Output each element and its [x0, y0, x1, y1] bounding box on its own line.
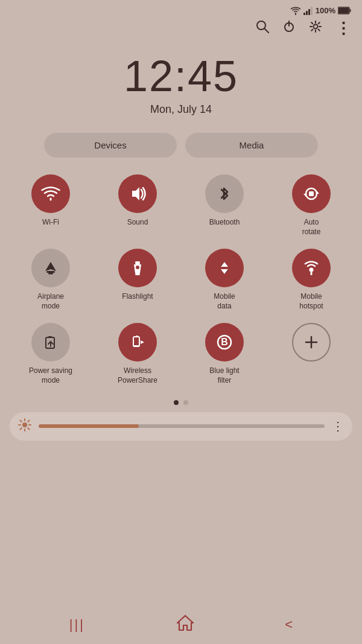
- svg-rect-5: [338, 8, 349, 13]
- svg-rect-25: [311, 272, 313, 275]
- battery-text: 100%: [316, 6, 335, 15]
- flashlight-icon-circle: [118, 249, 157, 287]
- signal-icon: [303, 7, 313, 15]
- airplane-qs-icon: [40, 258, 61, 278]
- hotspot-label: Mobilehotspot: [299, 292, 323, 311]
- svg-marker-22: [221, 262, 228, 267]
- plus-icon-circle: [292, 323, 331, 362]
- qs-add[interactable]: [270, 318, 352, 389]
- brightness-fill: [39, 424, 139, 428]
- flashlight-qs-icon: [127, 258, 148, 278]
- svg-rect-16: [46, 271, 55, 273]
- quick-settings-grid: Wi-Fi Sound Bluetooth: [0, 164, 362, 395]
- settings-icon[interactable]: [309, 20, 322, 37]
- qs-powersave[interactable]: Power savingmode: [10, 318, 92, 389]
- autorotate-label: Autorotate: [302, 218, 321, 237]
- svg-point-11: [314, 25, 318, 29]
- airplane-icon-circle: [31, 249, 70, 287]
- plus-qs-icon: [301, 332, 322, 352]
- qs-airplane[interactable]: Airplanemode: [10, 244, 92, 314]
- wireless-icon-circle: [118, 323, 157, 362]
- sound-qs-icon: [127, 183, 148, 204]
- wifi-status-icon: [290, 7, 301, 15]
- top-actions: ⋮: [0, 15, 362, 37]
- powersave-qs-icon: [40, 332, 61, 352]
- svg-rect-15: [309, 191, 314, 196]
- svg-rect-17: [48, 273, 53, 275]
- qs-autorotate[interactable]: Autorotate: [270, 170, 352, 240]
- wifi-qs-icon: [40, 185, 61, 202]
- clock-date: Mon, July 14: [0, 103, 362, 116]
- powersave-icon-circle: [31, 323, 70, 362]
- svg-marker-23: [221, 269, 228, 274]
- search-icon[interactable]: [256, 20, 269, 37]
- tab-media[interactable]: Media: [185, 133, 318, 158]
- status-icons: 100%: [290, 6, 351, 15]
- svg-marker-12: [132, 187, 139, 200]
- svg-rect-1: [306, 11, 308, 15]
- power-icon[interactable]: [282, 20, 296, 37]
- svg-line-41: [21, 420, 22, 421]
- bluelight-label: Blue lightfilter: [209, 366, 239, 385]
- qs-bluelight[interactable]: B Blue lightfilter: [183, 318, 265, 389]
- brightness-icon: [18, 418, 31, 435]
- brightness-more-icon[interactable]: ⋮: [332, 419, 344, 433]
- svg-rect-2: [308, 9, 310, 15]
- hotspot-icon-circle: [292, 249, 331, 287]
- clock-section: 12:45 Mon, July 14: [0, 37, 362, 121]
- mobiledata-label: Mobiledata: [214, 292, 235, 311]
- svg-line-43: [28, 420, 29, 421]
- battery-icon: [338, 7, 351, 14]
- brightness-bar[interactable]: [39, 424, 325, 428]
- hotspot-qs-icon: [301, 258, 322, 278]
- svg-rect-3: [311, 7, 313, 15]
- wifi-icon-circle: [31, 174, 70, 213]
- dot-2: [183, 400, 188, 405]
- svg-rect-0: [303, 13, 305, 15]
- bluetooth-icon-circle: [205, 174, 244, 213]
- sound-icon-circle: [118, 174, 157, 213]
- svg-text:B: B: [221, 337, 228, 347]
- svg-point-21: [136, 266, 139, 269]
- sound-label: Sound: [127, 218, 148, 228]
- svg-point-36: [22, 422, 27, 427]
- svg-rect-29: [133, 337, 139, 346]
- svg-rect-6: [350, 9, 351, 12]
- svg-rect-30: [136, 336, 138, 337]
- wireless-qs-icon: [127, 332, 148, 352]
- qs-wifi[interactable]: Wi-Fi: [10, 170, 92, 240]
- page-dots: [0, 395, 362, 407]
- airplane-label: Airplanemode: [37, 292, 64, 311]
- clock-time: 12:45: [0, 51, 362, 101]
- qs-bluetooth[interactable]: Bluetooth: [183, 170, 265, 240]
- wireless-label: WirelessPowerShare: [118, 366, 157, 385]
- brightness-row[interactable]: ⋮: [10, 412, 352, 441]
- mobiledata-icon-circle: [205, 249, 244, 287]
- more-options-icon[interactable]: ⋮: [335, 21, 351, 36]
- bottom-nav: ||| <: [0, 605, 362, 644]
- tabs-row: Devices Media: [0, 121, 362, 164]
- svg-rect-20: [135, 273, 140, 275]
- autorotate-qs-icon: [301, 183, 322, 204]
- svg-line-8: [264, 28, 268, 33]
- mobiledata-qs-icon: [214, 258, 235, 278]
- tab-devices[interactable]: Devices: [44, 133, 177, 158]
- svg-rect-27: [48, 336, 52, 338]
- flashlight-label: Flashlight: [122, 292, 153, 302]
- bluelight-icon-circle: B: [205, 323, 244, 362]
- svg-point-24: [310, 268, 314, 272]
- home-nav[interactable]: [176, 613, 195, 636]
- back-nav[interactable]: <: [285, 617, 293, 633]
- qs-sound[interactable]: Sound: [97, 170, 179, 240]
- qs-hotspot[interactable]: Mobilehotspot: [270, 244, 352, 314]
- svg-line-42: [28, 428, 29, 429]
- recents-nav[interactable]: |||: [69, 617, 85, 633]
- qs-mobiledata[interactable]: Mobiledata: [183, 244, 265, 314]
- svg-marker-45: [177, 616, 193, 630]
- qs-flashlight[interactable]: Flashlight: [97, 244, 179, 314]
- bluelight-qs-icon: B: [214, 332, 235, 352]
- autorotate-icon-circle: [292, 174, 331, 213]
- qs-wireless[interactable]: WirelessPowerShare: [97, 318, 179, 389]
- wifi-label: Wi-Fi: [42, 218, 59, 228]
- bluetooth-qs-icon: [214, 183, 235, 204]
